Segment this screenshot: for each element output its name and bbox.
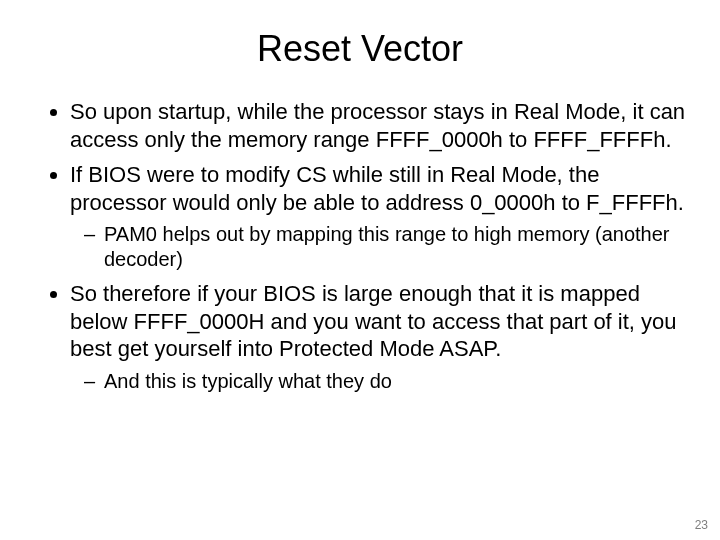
bullet-item: So upon startup, while the processor sta… xyxy=(70,98,690,153)
bullet-item: If BIOS were to modify CS while still in… xyxy=(70,161,690,272)
sub-bullet-item: And this is typically what they do xyxy=(104,369,690,394)
bullet-text: If BIOS were to modify CS while still in… xyxy=(70,162,684,215)
bullet-list: So upon startup, while the processor sta… xyxy=(30,98,690,394)
page-number: 23 xyxy=(695,518,708,532)
bullet-text: So upon startup, while the processor sta… xyxy=(70,99,685,152)
sub-bullet-list: And this is typically what they do xyxy=(70,369,690,394)
bullet-text: So therefore if your BIOS is large enoug… xyxy=(70,281,677,361)
sub-bullet-text: And this is typically what they do xyxy=(104,370,392,392)
sub-bullet-item: PAM0 helps out by mapping this range to … xyxy=(104,222,690,272)
sub-bullet-list: PAM0 helps out by mapping this range to … xyxy=(70,222,690,272)
slide: Reset Vector So upon startup, while the … xyxy=(0,0,720,540)
slide-title: Reset Vector xyxy=(30,28,690,70)
bullet-item: So therefore if your BIOS is large enoug… xyxy=(70,280,690,394)
sub-bullet-text: PAM0 helps out by mapping this range to … xyxy=(104,223,670,270)
